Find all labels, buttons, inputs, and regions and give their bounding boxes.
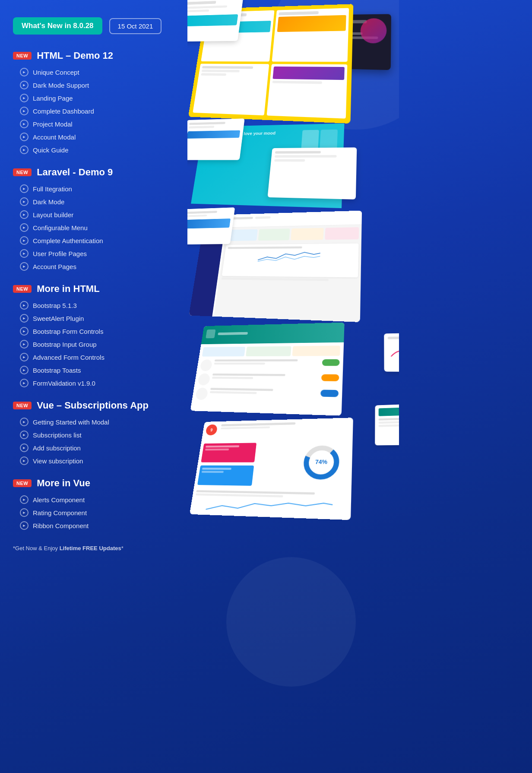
- list-html-demo: ►Unique Concept►Dark Mode Support►Landin…: [13, 66, 229, 156]
- bullet-chevron-icon: ►: [20, 197, 28, 206]
- bullet-chevron-icon: ►: [20, 456, 28, 465]
- list-item: ►Advanced Form Controls: [20, 351, 229, 364]
- list-item-text: Account Modal: [33, 133, 76, 141]
- bullet-chevron-icon: ►: [20, 444, 28, 452]
- bullet-chevron-icon: ►: [20, 133, 28, 141]
- bullet-chevron-icon: ►: [20, 353, 28, 361]
- bullet-chevron-icon: ►: [20, 418, 28, 426]
- list-item: ►Unique Concept: [20, 66, 229, 79]
- footer-bold: Lifetime FREE Updates: [60, 545, 121, 551]
- bullet-chevron-icon: ►: [20, 508, 28, 517]
- bullet-chevron-icon: ►: [20, 327, 28, 336]
- list-item-text: FormValidation v1.9.0: [33, 380, 95, 387]
- section-header-laravel-demo: NewLaravel - Demo 9: [13, 167, 229, 178]
- list-item: ►Add subscription: [20, 441, 229, 454]
- list-item-text: Bootstrap 5.1.3: [33, 302, 77, 309]
- bullet-chevron-icon: ►: [20, 68, 28, 76]
- whats-new-badge: What's New in 8.0.28: [13, 17, 102, 35]
- footer-prefix: *Get Now & Enjoy: [13, 545, 60, 551]
- list-item-text: Layout builder: [33, 211, 73, 219]
- list-item: ►Account Modal: [20, 130, 229, 143]
- section-title-html-demo: HTML – Demo 12: [37, 50, 113, 61]
- list-item-text: SweetAlert Plugin: [33, 315, 84, 322]
- sections-container: NewHTML – Demo 12►Unique Concept►Dark Mo…: [13, 50, 229, 532]
- list-item-text: User Profile Pages: [33, 250, 87, 257]
- date-badge: 15 Oct 2021: [109, 18, 162, 34]
- list-item: ►View subscription: [20, 454, 229, 467]
- section-more-html: NewMore in HTML►Bootstrap 5.1.3►SweetAle…: [13, 283, 229, 390]
- list-item: ►Getting Started with Modal: [20, 415, 229, 428]
- list-item: ►Bootstrap 5.1.3: [20, 299, 229, 312]
- section-title-more-vue: More in Vue: [37, 478, 90, 489]
- bullet-chevron-icon: ►: [20, 379, 28, 387]
- list-item: ►Complete Authentication: [20, 234, 229, 247]
- list-item: ►User Profile Pages: [20, 247, 229, 260]
- list-laravel-demo: ►Full Itegration►Dark Mode►Layout builde…: [13, 182, 229, 273]
- list-item-text: Full Itegration: [33, 185, 72, 193]
- list-item-text: Dark Mode: [33, 198, 64, 206]
- list-item-text: Complete Authentication: [33, 237, 103, 244]
- bullet-chevron-icon: ►: [20, 301, 28, 310]
- list-item: ►FormValidation v1.9.0: [20, 377, 229, 390]
- section-header-html-demo: NewHTML – Demo 12: [13, 50, 229, 61]
- list-item-text: Complete Dashboard: [33, 108, 94, 115]
- list-more-html: ►Bootstrap 5.1.3►SweetAlert Plugin►Boots…: [13, 299, 229, 390]
- list-item: ►Full Itegration: [20, 182, 229, 195]
- list-item: ►Bootstrap Input Group: [20, 338, 229, 351]
- list-item: ►Complete Dashboard: [20, 105, 229, 117]
- section-header-vue-subscriptions: NewVue – Subscriptions App: [13, 400, 229, 411]
- list-item-text: Project Modal: [33, 120, 73, 128]
- list-item: ►SweetAlert Plugin: [20, 312, 229, 325]
- bullet-chevron-icon: ►: [20, 236, 28, 245]
- svg-point-0: [305, 448, 337, 477]
- list-more-vue: ►Alerts Component►Rating Component►Ribbo…: [13, 493, 229, 532]
- svg-text:74%: 74%: [315, 459, 328, 466]
- bullet-chevron-icon: ►: [20, 107, 28, 115]
- bullet-chevron-icon: ►: [20, 340, 28, 348]
- list-item: ►Rating Component: [20, 506, 229, 519]
- list-item-text: Bootstrap Toasts: [33, 367, 81, 374]
- list-item: ►Bootstrap Form Controls: [20, 325, 229, 338]
- list-item-text: Account Pages: [33, 263, 76, 270]
- new-badge-more-vue: New: [13, 479, 32, 487]
- list-item-text: Advanced Form Controls: [33, 354, 104, 361]
- list-item-text: Rating Component: [33, 509, 87, 516]
- list-item: ►Layout builder: [20, 208, 229, 221]
- footer-suffix: *: [121, 545, 124, 551]
- list-item: ►Quick Guide: [20, 143, 229, 156]
- list-item: ►Bootstrap Toasts: [20, 364, 229, 377]
- list-item: ►Project Modal: [20, 117, 229, 130]
- bullet-chevron-icon: ►: [20, 184, 28, 193]
- section-more-vue: NewMore in Vue►Alerts Component►Rating C…: [13, 478, 229, 532]
- new-badge-html-demo: New: [13, 52, 32, 60]
- section-title-laravel-demo: Laravel - Demo 9: [37, 167, 113, 178]
- bullet-chevron-icon: ►: [20, 495, 28, 504]
- list-item-text: Bootstrap Input Group: [33, 341, 97, 348]
- new-badge-vue-subscriptions: New: [13, 402, 32, 409]
- section-vue-subscriptions: NewVue – Subscriptions App►Getting Start…: [13, 400, 229, 467]
- bullet-chevron-icon: ►: [20, 366, 28, 374]
- new-badge-laravel-demo: New: [13, 168, 32, 176]
- list-item-text: Ribbon Component: [33, 522, 89, 529]
- list-item: ►Alerts Component: [20, 493, 229, 506]
- bullet-chevron-icon: ►: [20, 120, 28, 128]
- bullet-chevron-icon: ►: [20, 521, 28, 530]
- section-laravel-demo: NewLaravel - Demo 9►Full Itegration►Dark…: [13, 167, 229, 273]
- list-vue-subscriptions: ►Getting Started with Modal►Subscription…: [13, 415, 229, 467]
- bullet-chevron-icon: ►: [20, 94, 28, 102]
- list-item-text: Landing Page: [33, 95, 73, 102]
- bullet-chevron-icon: ►: [20, 431, 28, 439]
- list-item-text: Quick Guide: [33, 146, 69, 154]
- bullet-chevron-icon: ►: [20, 146, 28, 154]
- list-item-text: Add subscription: [33, 444, 81, 452]
- section-title-more-html: More in HTML: [37, 283, 99, 295]
- bullet-chevron-icon: ►: [20, 223, 28, 232]
- list-item: ►Dark Mode: [20, 195, 229, 208]
- bullet-chevron-icon: ►: [20, 314, 28, 323]
- list-item-text: Configurable Menu: [33, 224, 88, 231]
- header-row: What's New in 8.0.28 15 Oct 2021: [13, 17, 229, 35]
- list-item-text: Subscriptions list: [33, 431, 82, 439]
- list-item-text: Alerts Component: [33, 496, 85, 504]
- footer-note: *Get Now & Enjoy Lifetime FREE Updates*: [13, 545, 229, 551]
- list-item: ►Ribbon Component: [20, 519, 229, 532]
